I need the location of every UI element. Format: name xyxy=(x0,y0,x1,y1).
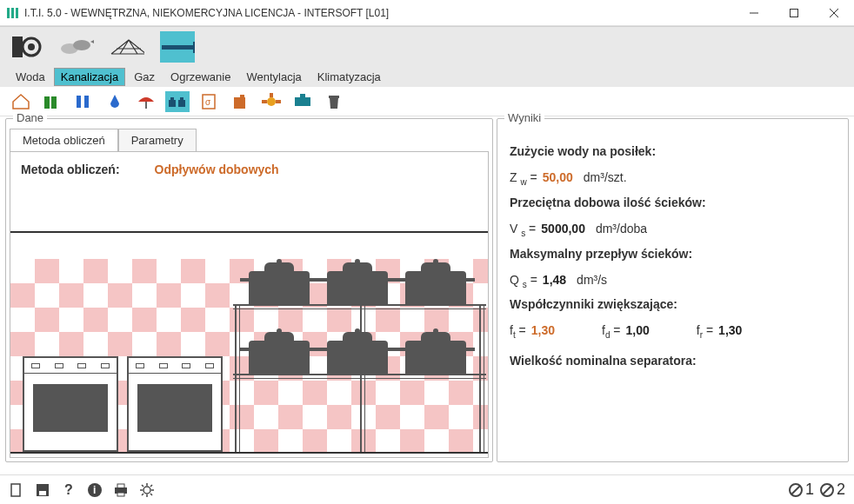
svg-rect-14 xyxy=(44,96,50,109)
r3-unit: dm³/s xyxy=(577,273,607,287)
tab-parametry[interactable]: Parametry xyxy=(118,129,197,152)
panel-wyniki-title: Wyniki xyxy=(504,111,544,124)
svg-rect-34 xyxy=(11,484,20,496)
svg-point-11 xyxy=(73,40,90,50)
ft-value: 1,30 xyxy=(531,323,555,337)
page2-num: 2 xyxy=(837,481,845,499)
save-icon[interactable] xyxy=(35,482,50,498)
svg-rect-1 xyxy=(11,8,14,18)
svg-rect-16 xyxy=(77,96,81,108)
sub-doc-icon[interactable]: σ xyxy=(197,91,221,112)
panel-dane: Dane Metoda obliczeń Parametry Metoda ob… xyxy=(5,118,493,462)
sub-tank-icon[interactable] xyxy=(40,91,64,112)
coef-heading: Współczynniki zwiększające: xyxy=(510,297,836,311)
panel-dane-title: Dane xyxy=(13,111,47,124)
maximize-button[interactable] xyxy=(774,0,814,26)
menu-woda[interactable]: Woda xyxy=(9,68,52,86)
svg-rect-26 xyxy=(240,95,244,98)
sub-pots-icon[interactable] xyxy=(165,91,190,112)
toolbar-sub: σ xyxy=(0,87,854,116)
svg-rect-29 xyxy=(276,100,281,103)
svg-rect-12 xyxy=(162,45,193,50)
svg-rect-32 xyxy=(300,94,305,98)
svg-rect-41 xyxy=(117,493,124,496)
svg-line-47 xyxy=(142,485,143,487)
menu-wentylacja[interactable]: Wentylacja xyxy=(239,68,308,86)
tab-metoda[interactable]: Metoda obliczeń xyxy=(10,129,118,152)
kitchen-illustration xyxy=(10,231,488,457)
results-body: Zużycie wody na posiłek: Z w = 50,00 dm³… xyxy=(497,132,848,383)
new-icon[interactable] xyxy=(9,482,24,498)
method-value: Odpływów dobowych xyxy=(155,162,279,176)
menu-gaz[interactable]: Gaz xyxy=(127,68,162,86)
tool-truss-icon[interactable] xyxy=(110,31,144,63)
svg-line-52 xyxy=(791,486,800,494)
svg-rect-28 xyxy=(262,100,267,103)
page1-num: 1 xyxy=(805,481,814,499)
info-icon[interactable]: i xyxy=(87,482,103,498)
svg-point-42 xyxy=(143,487,150,494)
svg-rect-25 xyxy=(234,97,245,109)
svg-rect-7 xyxy=(12,36,23,57)
svg-rect-20 xyxy=(178,100,185,107)
r2-unit: dm³/doba xyxy=(596,222,647,235)
svg-rect-31 xyxy=(295,97,310,106)
sub-house-icon[interactable] xyxy=(9,91,33,112)
sub-pillars-icon[interactable] xyxy=(71,91,96,112)
tool-bricks-icon[interactable] xyxy=(59,31,94,63)
svg-rect-15 xyxy=(51,96,57,109)
menu-klimatyzacja[interactable]: Klimatyzacja xyxy=(310,68,388,86)
close-button[interactable] xyxy=(814,0,854,26)
svg-rect-4 xyxy=(791,9,798,17)
minimize-button[interactable] xyxy=(734,0,774,26)
tool-pipe-icon[interactable] xyxy=(160,31,195,63)
sub-trash-icon[interactable] xyxy=(322,91,346,112)
sub-box-icon[interactable] xyxy=(290,91,315,112)
menu-kanalizacja[interactable]: Kanalizacja xyxy=(54,68,126,86)
menubar: Woda Kanalizacja Gaz Ogrzewanie Wentylac… xyxy=(0,66,854,87)
r2-value: 5000,00 xyxy=(541,222,585,235)
statusbar: ? i 1 2 xyxy=(0,474,854,504)
window-title: I.T.I. 5.0 - WEWNĘTRZNA, NIEKOMERCYJNA L… xyxy=(24,7,734,19)
svg-point-9 xyxy=(28,43,35,50)
print-icon[interactable] xyxy=(113,482,129,498)
sub-jerrycan-icon[interactable] xyxy=(228,91,252,112)
tool-calculator-icon[interactable] xyxy=(9,31,43,63)
sub-valve-icon[interactable] xyxy=(259,91,284,112)
tabs: Metoda obliczeń Parametry xyxy=(10,129,492,152)
menu-ogrzewanie[interactable]: Ogrzewanie xyxy=(163,68,237,86)
svg-rect-0 xyxy=(7,8,10,18)
panel-wyniki: Wyniki Zużycie wody na posiłek: Z w = 50… xyxy=(497,118,849,462)
svg-rect-17 xyxy=(84,96,89,108)
toolbar-main xyxy=(0,26,854,66)
r3-value: 1,48 xyxy=(543,273,566,287)
svg-rect-19 xyxy=(169,100,176,107)
svg-rect-22 xyxy=(180,97,183,100)
r2-heading: Przeciętna dobowa ilość ścieków: xyxy=(510,196,836,209)
svg-rect-36 xyxy=(39,491,46,495)
page1-icon[interactable] xyxy=(788,482,804,498)
svg-text:i: i xyxy=(93,484,96,496)
r1-heading: Zużycie wody na posiłek: xyxy=(510,144,836,158)
settings-icon[interactable] xyxy=(139,482,155,498)
tab-body: Metoda obliczeń: Odpływów dobowych xyxy=(10,151,489,458)
svg-rect-13 xyxy=(193,42,195,53)
svg-point-27 xyxy=(267,97,276,106)
fr-value: 1,30 xyxy=(718,323,742,337)
sub-umbrella-icon[interactable] xyxy=(134,91,158,112)
r1-value: 50,00 xyxy=(543,170,573,184)
titlebar: I.T.I. 5.0 - WEWNĘTRZNA, NIEKOMERCYJNA L… xyxy=(0,0,854,26)
svg-rect-33 xyxy=(329,96,339,98)
sub-drop-icon[interactable] xyxy=(103,91,127,112)
svg-rect-21 xyxy=(170,97,174,100)
method-label: Metoda obliczeń: xyxy=(21,162,120,176)
help-icon[interactable]: ? xyxy=(61,482,77,498)
app-icon xyxy=(5,6,19,20)
content: Dane Metoda obliczeń Parametry Metoda ob… xyxy=(0,116,854,464)
page2-icon[interactable] xyxy=(819,482,835,498)
svg-line-54 xyxy=(823,486,831,494)
svg-rect-2 xyxy=(16,8,18,18)
fd-value: 1,00 xyxy=(626,323,650,337)
svg-rect-30 xyxy=(270,93,273,97)
r1-unit: dm³/szt. xyxy=(584,170,627,184)
